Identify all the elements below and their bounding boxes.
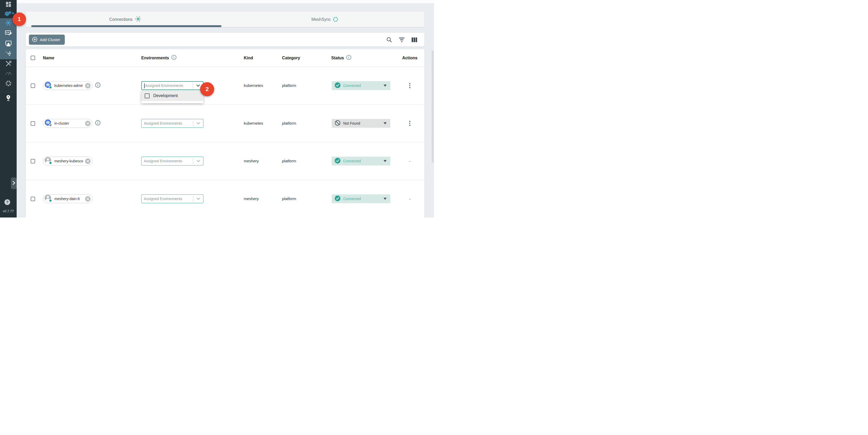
plus-circle-icon xyxy=(32,37,37,43)
text-cursor xyxy=(144,83,145,88)
sidebar-lifecycle-submenu xyxy=(0,18,17,59)
location-pin-icon xyxy=(5,95,11,102)
help-button[interactable]: ? xyxy=(4,199,10,205)
lifecycle-gear-icon xyxy=(4,11,12,17)
environments-select[interactable]: Assigned Environments xyxy=(141,157,204,165)
sidebar-item-environment[interactable] xyxy=(0,94,17,103)
caret-down-icon xyxy=(383,122,386,124)
sidebar-item-dashboard[interactable] xyxy=(0,0,17,9)
connection-chip[interactable]: meshery-dain-6 xyxy=(43,194,92,203)
avatar-icon xyxy=(44,194,52,204)
close-icon[interactable] xyxy=(85,121,91,126)
tab-connections[interactable]: Connections xyxy=(26,12,225,27)
pipeline-graph-icon xyxy=(5,51,11,58)
search-icon[interactable] xyxy=(386,36,393,43)
filter-icon[interactable] xyxy=(398,36,405,43)
sidebar-expand-button[interactable] xyxy=(11,178,17,189)
sidebar-item-mesherycloud[interactable] xyxy=(0,39,17,49)
annotation-step-2: 2 xyxy=(200,82,214,96)
status-badge[interactable]: Not Found xyxy=(332,119,390,128)
row-actions-empty: - xyxy=(409,159,411,163)
chevron-down-icon[interactable] xyxy=(193,160,203,162)
tab-meshsync-label: MeshSync xyxy=(311,17,331,22)
connection-name: meshery-dain-6 xyxy=(54,197,83,201)
tabs-bar: Connections Mes xyxy=(26,12,424,27)
close-icon[interactable] xyxy=(85,158,91,164)
table-row: meshery-kubescop... Assigned Environment… xyxy=(26,142,424,180)
category-cell: platform xyxy=(282,121,296,125)
status-label: Connected xyxy=(343,197,361,201)
connection-chip[interactable]: kubernetes-admin... xyxy=(43,81,92,90)
environments-select[interactable]: Assigned Environments xyxy=(141,81,204,90)
environments-placeholder: Assigned Environments xyxy=(144,159,182,163)
environments-placeholder: Assigned Environments xyxy=(145,84,183,88)
annotation-step-1: 1 xyxy=(12,12,26,26)
check-circle-icon xyxy=(335,195,341,203)
add-cluster-label: Add Cluster xyxy=(40,37,60,42)
sidebar-item-adapters[interactable] xyxy=(0,29,17,39)
option-checkbox[interactable] xyxy=(145,93,150,98)
column-header-status: Status xyxy=(331,56,344,60)
connection-name: meshery-kubescop... xyxy=(54,159,83,163)
meshsync-ring-icon xyxy=(333,17,338,22)
tab-connections-label: Connections xyxy=(109,17,132,22)
status-label: Connected xyxy=(343,84,361,88)
caret-down-icon xyxy=(383,198,386,200)
row-checkbox[interactable] xyxy=(31,84,35,88)
caret-down-icon xyxy=(383,85,386,87)
add-cluster-button[interactable]: Add Cluster xyxy=(29,35,65,45)
column-header-category: Category xyxy=(282,56,300,60)
status-label: Connected xyxy=(343,159,361,163)
column-header-name: Name xyxy=(43,56,54,60)
view-columns-icon[interactable] xyxy=(411,36,417,43)
chevron-right-icon xyxy=(12,181,16,186)
connections-table: Name Environments Kind Category Status A… xyxy=(26,49,424,218)
connection-chip[interactable]: in-cluster xyxy=(43,119,92,128)
caret-down-icon xyxy=(383,160,386,162)
environments-select[interactable]: Assigned Environments xyxy=(141,194,204,203)
environments-select[interactable]: Assigned Environments xyxy=(141,119,204,128)
mesh-ring-icon xyxy=(5,80,12,88)
sidebar-item-extensions[interactable] xyxy=(0,79,17,89)
environments-placeholder: Assigned Environments xyxy=(144,121,182,125)
connection-info-icon[interactable] xyxy=(95,120,101,127)
category-cell: platform xyxy=(282,83,296,88)
status-badge[interactable]: Connected xyxy=(332,81,390,90)
status-info-icon[interactable] xyxy=(346,55,351,61)
vertical-scrollbar[interactable] xyxy=(432,51,434,163)
tab-meshsync[interactable]: MeshSync xyxy=(225,12,424,27)
table-row: in-cluster Assigned Environments xyxy=(26,104,424,142)
close-icon[interactable] xyxy=(85,83,91,89)
status-badge[interactable]: Connected xyxy=(332,194,390,203)
row-checkbox[interactable] xyxy=(31,159,35,163)
sidebar-item-pipelines[interactable] xyxy=(0,49,17,60)
kind-cell: kubernetes xyxy=(244,121,263,125)
select-all-checkbox[interactable] xyxy=(31,56,35,60)
dropdown-footer xyxy=(141,101,204,103)
row-checkbox[interactable] xyxy=(31,121,35,126)
kind-cell: meshery xyxy=(244,159,259,163)
connection-info-icon[interactable] xyxy=(95,82,101,89)
connection-name: in-cluster xyxy=(54,121,83,125)
code-wrench-icon xyxy=(5,30,12,37)
check-circle-icon xyxy=(335,82,341,89)
status-badge[interactable]: Connected xyxy=(332,157,390,165)
row-actions-menu-icon[interactable] xyxy=(408,120,412,127)
kubernetes-icon xyxy=(44,81,52,90)
column-header-kind: Kind xyxy=(244,56,253,60)
category-cell: platform xyxy=(282,159,296,163)
chevron-down-icon[interactable] xyxy=(193,122,203,125)
chevron-down-icon[interactable] xyxy=(193,197,203,200)
sidebar-item-toolbox[interactable] xyxy=(0,59,17,69)
close-icon[interactable] xyxy=(85,196,91,201)
row-checkbox[interactable] xyxy=(31,197,35,201)
connection-chip[interactable]: meshery-kubescop... xyxy=(43,157,92,165)
chevron-down-icon xyxy=(12,13,14,14)
blocked-icon xyxy=(335,120,341,127)
row-actions-menu-icon[interactable] xyxy=(408,82,412,89)
column-header-environments: Environments xyxy=(141,56,169,60)
sidebar-item-performance[interactable] xyxy=(0,68,17,78)
main-content: Connections Mes xyxy=(17,0,434,218)
environments-info-icon[interactable] xyxy=(171,55,177,61)
environment-option-development[interactable]: Development xyxy=(141,91,204,101)
